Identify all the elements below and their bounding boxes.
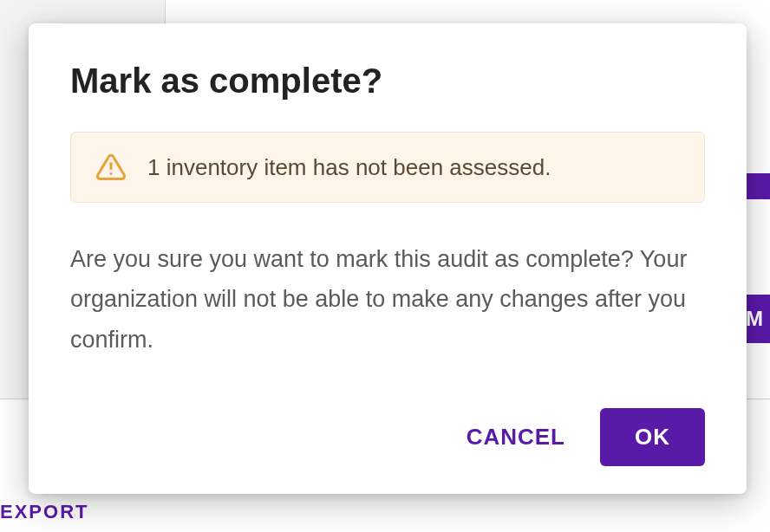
- warning-triangle-icon: [95, 152, 127, 183]
- warning-text: 1 inventory item has not been assessed.: [147, 154, 551, 181]
- cancel-button[interactable]: CANCEL: [463, 413, 569, 461]
- dialog-actions: CANCEL OK: [70, 408, 705, 466]
- ok-button[interactable]: OK: [600, 408, 705, 466]
- dialog-body-text: Are you sure you want to mark this audit…: [70, 239, 705, 360]
- dialog-title: Mark as complete?: [70, 62, 705, 101]
- confirm-dialog: Mark as complete? 1 inventory item has n…: [29, 23, 747, 494]
- warning-banner: 1 inventory item has not been assessed.: [70, 132, 705, 203]
